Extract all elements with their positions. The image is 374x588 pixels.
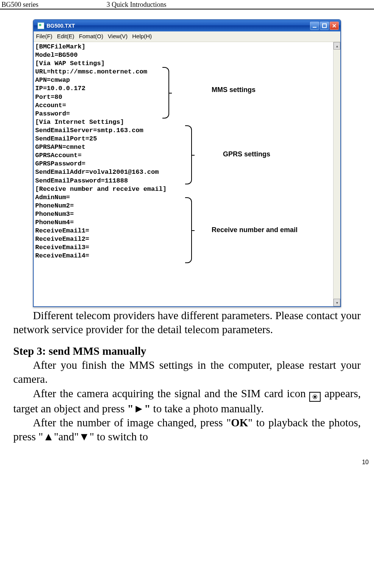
minimize-button[interactable] [310,22,319,30]
page-header: BG500 series 3 Quick Introductions [0,0,374,9]
menu-edit[interactable]: Edit(E) [57,33,75,39]
label-gprs: GPRS settings [223,150,270,159]
svg-rect-1 [323,24,326,28]
sim-card-icon [309,392,321,402]
window-titlebar: BG500.TXT [34,20,340,31]
menubar: File(F) Edit(E) Fomat(O) View(V) Help(H) [34,31,340,42]
maximize-icon [322,23,327,28]
scroll-down-icon[interactable]: ▾ [333,299,340,306]
window-title: BG500.TXT [47,23,310,29]
menu-view[interactable]: View(V) [108,33,128,39]
menu-format[interactable]: Fomat(O) [79,33,103,39]
para-restart: After you finish the MMS settings in the… [13,358,361,386]
minimize-icon [312,23,317,28]
scroll-up-icon[interactable]: ▴ [333,42,340,50]
label-recv: Receive number and email [212,226,298,234]
editor-text-area[interactable]: [BMCFileMark] Model=BG500 [Via WAP Setti… [34,42,333,306]
para-sim: After the camera acquiring the signal an… [13,387,361,416]
menu-help[interactable]: Help(H) [132,33,152,39]
menu-file[interactable]: File(F) [36,33,52,39]
editor-body: [BMCFileMark] Model=BG500 [Via WAP Setti… [34,42,340,306]
notepad-window: BG500.TXT File(F) Edit(E) Fomat(O) View(… [33,19,341,307]
page-number: 10 [0,444,374,468]
step3-title: Step 3: send MMS manually [13,344,361,358]
para-ok: After the number of image changed, press… [13,416,361,444]
brace-gprs [185,125,192,184]
brace-recv [185,197,192,263]
close-icon [332,23,337,28]
label-mms: MMS settings [212,86,256,94]
header-section: 3 Quick Introductions [39,1,371,9]
maximize-button[interactable] [320,22,329,30]
header-series: BG500 series [2,1,39,9]
close-button[interactable] [330,22,339,30]
file-icon [37,22,44,29]
brace-mms [162,67,169,119]
scrollbar[interactable]: ▴ ▾ [333,42,340,306]
svg-rect-0 [313,27,316,28]
page-content: BG500.TXT File(F) Edit(E) Fomat(O) View(… [0,9,374,444]
window-buttons [310,22,339,30]
body-text: Different telecom providers have differe… [13,309,361,444]
para-telecom: Different telecom providers have differe… [13,309,361,337]
